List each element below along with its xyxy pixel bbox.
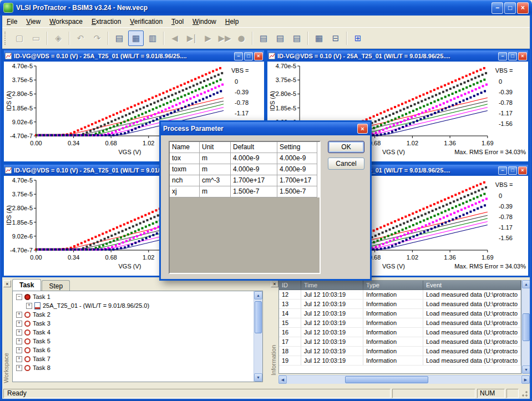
title-bar[interactable]: VLSI ProTractor - BSIM3 v3.24 - New.vecp… xyxy=(0,0,532,16)
tree-item[interactable]: +Task 4 xyxy=(14,328,253,337)
tree-item-label[interactable]: Task 2 xyxy=(33,311,50,318)
toolbar-grip[interactable] xyxy=(4,32,8,45)
table-cell[interactable]: Information xyxy=(363,347,423,356)
table-cell[interactable]: Information xyxy=(363,318,423,328)
workspace-close-button[interactable]: × xyxy=(3,280,11,287)
table-cell[interactable]: 1.500e-7 xyxy=(277,186,317,197)
table-cell[interactable]: Jul 12 10:03:19 xyxy=(301,347,363,356)
table-cell[interactable]: 19 xyxy=(279,356,301,366)
table-cell[interactable]: Load measured data (U:\protracto xyxy=(423,356,521,366)
tree-item[interactable]: +Task 2 xyxy=(14,310,253,319)
tree-item[interactable]: +Task 3 xyxy=(14,319,253,328)
tree-expander[interactable]: + xyxy=(16,338,22,344)
table-cell[interactable]: Jul 12 10:03:19 xyxy=(301,328,363,337)
tile-windows-button[interactable]: ⊞ xyxy=(350,31,366,46)
tree-item-label[interactable]: Task 8 xyxy=(33,364,50,371)
step-forward-button[interactable]: ▶| xyxy=(184,31,199,46)
parameter-table[interactable]: NameUnitDefaultSettingtoxm4.000e-94.000e… xyxy=(169,141,321,274)
menu-help[interactable]: Help xyxy=(221,17,244,27)
close-button[interactable]: × xyxy=(517,2,529,14)
scroll-down-button[interactable]: ▼ xyxy=(254,373,262,382)
table-cell[interactable]: 1.700e+17 xyxy=(277,175,317,186)
menu-view[interactable]: View xyxy=(22,17,45,27)
scrollbar-thumb[interactable] xyxy=(523,313,530,341)
table-cell[interactable]: 4.000e-9 xyxy=(231,153,277,164)
menu-extraction[interactable]: Extraction xyxy=(87,17,125,27)
event-table-hscrollbar[interactable]: ◀ ▶ xyxy=(278,375,530,384)
event-table-row[interactable]: 13Jul 12 10:03:19InformationLoad measure… xyxy=(279,300,521,309)
table-cell[interactable]: 16 xyxy=(279,328,301,337)
table-cell[interactable]: Load measured data (U:\protracto xyxy=(423,337,521,347)
information-close-button[interactable]: × xyxy=(271,280,278,287)
menu-file[interactable]: File xyxy=(2,17,22,27)
extraction-setup-button[interactable]: ◈ xyxy=(50,31,66,46)
scroll-down-button[interactable]: ▼ xyxy=(522,366,530,374)
scroll-right-button[interactable]: ▶ xyxy=(521,375,530,384)
maximize-button[interactable]: □ xyxy=(504,2,516,14)
scroll-up-button[interactable]: ▲ xyxy=(254,291,262,300)
child-minimize-button[interactable]: − xyxy=(234,52,243,60)
tree-expander[interactable]: + xyxy=(16,365,22,371)
tree-scrollbar[interactable]: ▲ ▼ xyxy=(254,291,262,382)
dialog-close-button[interactable]: × xyxy=(357,124,368,134)
minimize-button[interactable]: − xyxy=(492,2,503,14)
table-cell[interactable]: Jul 12 10:03:19 xyxy=(301,300,363,309)
table-cell[interactable]: cm^-3 xyxy=(200,175,231,186)
table-cell[interactable]: 12 xyxy=(279,290,301,300)
tree-item[interactable]: +Task 8 xyxy=(14,363,253,372)
table-cell[interactable]: 4.000e-9 xyxy=(277,164,317,175)
table-cell[interactable]: 13 xyxy=(279,300,301,309)
table-cell[interactable]: 4.000e-9 xyxy=(231,164,277,175)
scroll-left-button[interactable]: ◀ xyxy=(278,375,287,384)
child-maximize-button[interactable]: □ xyxy=(508,166,517,175)
table-cell[interactable]: Information xyxy=(363,337,423,347)
table-cell[interactable]: Load measured data (U:\protracto xyxy=(423,318,521,328)
new-document-button[interactable]: ▢ xyxy=(12,31,27,46)
data-table-button[interactable]: ▦ xyxy=(311,31,327,46)
tree-item-label[interactable]: Task 7 xyxy=(33,356,50,362)
report-simulated-button[interactable]: ▤ xyxy=(272,31,288,46)
open-file-button[interactable]: ▭ xyxy=(28,31,44,46)
plot-window-button[interactable]: ▤ xyxy=(112,31,127,46)
tree-expander[interactable]: + xyxy=(16,321,22,327)
table-cell[interactable]: Jul 12 10:03:19 xyxy=(301,318,363,328)
event-table-vscrollbar[interactable]: ▲ ▼ xyxy=(521,280,530,374)
child-minimize-button[interactable]: − xyxy=(498,52,507,60)
tree-expander[interactable]: + xyxy=(16,356,22,362)
chart-window-titlebar[interactable]: ID-VG@VDS = 0.10 (V) - 25A_T25_01 (W/L/T… xyxy=(267,50,528,62)
report-error-button[interactable]: ▤ xyxy=(289,31,305,46)
tree-item[interactable]: +Task 6 xyxy=(14,346,253,354)
child-maximize-button[interactable]: □ xyxy=(508,52,517,60)
run-all-button[interactable]: ▶▶ xyxy=(217,31,232,46)
step-back-button[interactable]: ◀ xyxy=(167,31,183,46)
table-cell[interactable]: Information xyxy=(363,328,423,337)
tab-task[interactable]: Task xyxy=(12,279,41,291)
tree-expander[interactable]: + xyxy=(16,312,22,318)
table-cell[interactable]: 1.500e-7 xyxy=(231,186,277,197)
table-cell[interactable]: Jul 12 10:03:19 xyxy=(301,337,363,347)
tree-expander[interactable]: + xyxy=(26,303,32,309)
tree-item-label[interactable]: 25A_T25_01 - (W/L/T = 9.01/8.96/25.0) xyxy=(43,302,149,309)
tree-item[interactable]: +Task 7 xyxy=(14,354,253,363)
event-table-row[interactable]: 18Jul 12 10:03:19InformationLoad measure… xyxy=(279,347,521,356)
event-table-row[interactable]: 19Jul 12 10:03:19InformationLoad measure… xyxy=(279,356,521,366)
column-header[interactable]: Type xyxy=(363,281,423,290)
table-cell[interactable]: 4.000e-9 xyxy=(277,153,317,164)
tree-expander[interactable]: + xyxy=(16,329,22,336)
run-button[interactable]: ▶ xyxy=(200,31,216,46)
table-cell[interactable]: m xyxy=(200,186,231,197)
tree-item-label[interactable]: Task 4 xyxy=(33,329,50,336)
table-cell[interactable]: Information xyxy=(363,309,423,318)
event-table-row[interactable]: 14Jul 12 10:03:19InformationLoad measure… xyxy=(279,309,521,318)
menu-verification[interactable]: Verification xyxy=(125,17,167,27)
parameter-table-row[interactable]: toxm4.000e-94.000e-9 xyxy=(170,153,320,164)
cancel-button[interactable]: Cancel xyxy=(328,158,364,170)
table-cell[interactable]: Load measured data (U:\protracto xyxy=(423,300,521,309)
table-cell[interactable]: xj xyxy=(170,186,200,197)
menu-tool[interactable]: Tool xyxy=(167,17,188,27)
resize-grip[interactable] xyxy=(520,389,529,398)
tree-expander[interactable]: − xyxy=(16,294,22,300)
tree-item-label[interactable]: Task 5 xyxy=(33,338,50,344)
column-header[interactable]: Event xyxy=(423,281,521,290)
plot-grid-button[interactable]: ▥ xyxy=(145,31,160,46)
